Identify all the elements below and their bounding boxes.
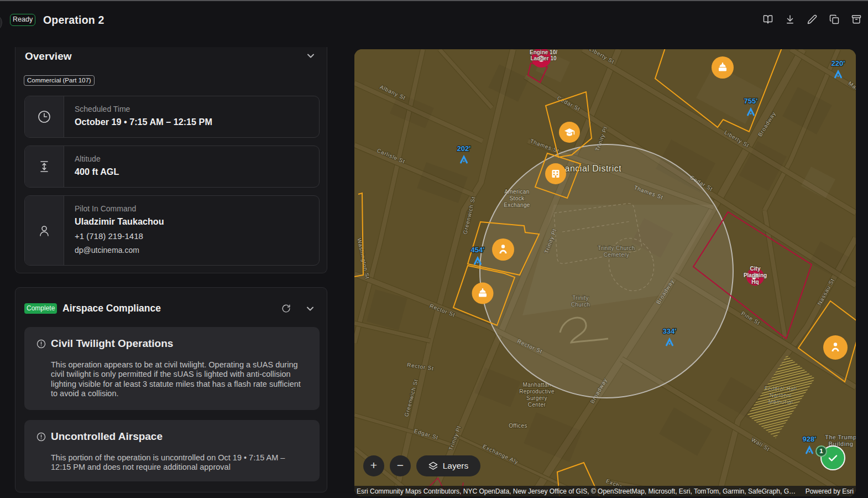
svg-text:Ladder 10: Ladder 10 xyxy=(530,55,557,61)
svg-text:Hq: Hq xyxy=(751,279,759,285)
svg-text:220': 220' xyxy=(832,59,845,68)
svg-text:The Trump: The Trump xyxy=(825,434,856,440)
svg-text:202': 202' xyxy=(457,144,471,153)
svg-text:928': 928' xyxy=(803,435,817,443)
svg-text:334': 334' xyxy=(663,327,677,335)
svg-text:454': 454' xyxy=(471,246,485,254)
svg-text:Center: Center xyxy=(528,402,546,408)
svg-text:Planning: Planning xyxy=(744,272,767,278)
svg-text:Offices: Offices xyxy=(509,423,527,429)
svg-text:City: City xyxy=(750,266,761,272)
svg-text:755': 755' xyxy=(744,97,758,105)
svg-text:Engine 10/: Engine 10/ xyxy=(530,49,557,55)
svg-text:Reproductive: Reproductive xyxy=(519,388,555,395)
svg-text:Surgery: Surgery xyxy=(526,395,547,401)
